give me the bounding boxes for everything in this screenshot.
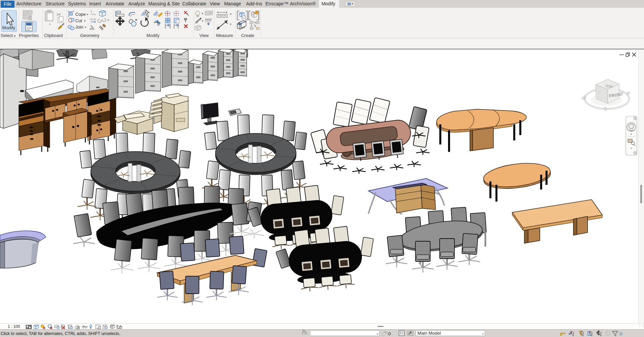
svg-text:Cut: Cut [75, 18, 82, 23]
svg-text:Cope: Cope [75, 12, 86, 17]
svg-text:Modify: Modify [2, 25, 15, 30]
svg-text:▾: ▾ [202, 12, 203, 15]
svg-text:▾: ▾ [230, 23, 232, 26]
svg-text:▾: ▾ [230, 12, 232, 16]
svg-text::0: :0 [619, 331, 622, 336]
svg-text:▾: ▾ [202, 19, 203, 23]
svg-text:S: S [603, 106, 608, 112]
svg-text::0: :0 [387, 331, 391, 336]
svg-text:▾: ▾ [108, 18, 109, 22]
svg-text:▾: ▾ [49, 23, 51, 26]
svg-text:E: E [625, 90, 632, 97]
svg-text:▾: ▾ [84, 19, 86, 23]
svg-text:▾: ▾ [87, 13, 88, 16]
svg-text:Join: Join [75, 25, 83, 30]
svg-text:▾: ▾ [85, 26, 86, 29]
